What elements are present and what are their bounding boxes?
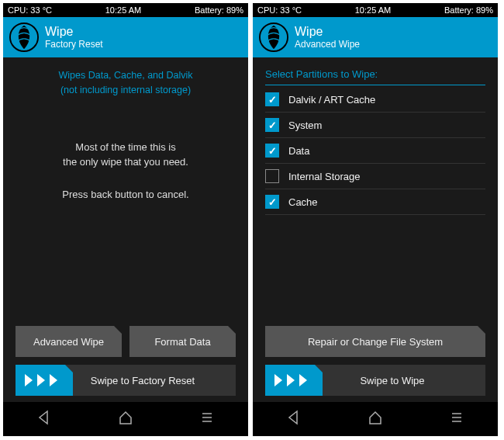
- swipe-label: Swipe to Wipe: [323, 375, 485, 386]
- status-battery: Battery: 89%: [195, 5, 243, 15]
- repair-filesystem-button[interactable]: Repair or Change File System: [265, 326, 485, 357]
- checkbox-icon[interactable]: [265, 144, 279, 158]
- status-bar: CPU: 33 °C 10:25 AM Battery: 89%: [3, 3, 248, 17]
- back-icon[interactable]: [286, 410, 302, 428]
- partition-cache[interactable]: Cache: [265, 189, 485, 215]
- page-title: Wipe: [45, 25, 103, 39]
- format-data-button[interactable]: Format Data: [129, 326, 236, 357]
- swipe-handle-icon[interactable]: [265, 365, 323, 396]
- swipe-to-wipe[interactable]: Swipe to Wipe: [265, 365, 485, 396]
- status-time: 10:25 AM: [105, 5, 141, 15]
- partition-section-label: Select Partitions to Wipe:: [265, 68, 485, 85]
- page-title: Wipe: [295, 25, 360, 39]
- twrp-logo-icon: [9, 23, 39, 52]
- status-cpu: CPU: 33 °C: [8, 5, 52, 15]
- swipe-handle-icon[interactable]: [16, 365, 73, 396]
- wipe-hint: Most of the time this is the only wipe t…: [16, 140, 236, 170]
- nav-bar: [3, 402, 248, 436]
- checkbox-icon[interactable]: [265, 92, 279, 106]
- page-subtitle: Factory Reset: [45, 39, 103, 50]
- checkbox-icon[interactable]: [265, 169, 279, 183]
- swipe-label: Swipe to Factory Reset: [73, 375, 236, 386]
- menu-icon[interactable]: [199, 410, 215, 428]
- nav-bar: [253, 402, 498, 436]
- home-icon[interactable]: [118, 410, 133, 428]
- header: Wipe Factory Reset: [3, 17, 248, 57]
- back-icon[interactable]: [36, 410, 52, 428]
- advanced-wipe-button[interactable]: Advanced Wipe: [16, 326, 122, 357]
- partition-internal-storage[interactable]: Internal Storage: [265, 164, 485, 189]
- status-battery: Battery: 89%: [444, 5, 493, 15]
- partition-dalvik[interactable]: Dalvik / ART Cache: [265, 87, 485, 113]
- twrp-logo-icon: [259, 23, 288, 52]
- status-bar: CPU: 33 °C 10:25 AM Battery: 89%: [253, 3, 498, 17]
- checkbox-icon[interactable]: [265, 118, 279, 132]
- checkbox-icon[interactable]: [265, 195, 279, 209]
- menu-icon[interactable]: [449, 410, 464, 428]
- status-cpu: CPU: 33 °C: [257, 5, 302, 15]
- partition-system[interactable]: System: [265, 113, 485, 138]
- cancel-hint: Press back button to cancel.: [16, 187, 236, 203]
- partition-data[interactable]: Data: [265, 138, 485, 164]
- status-time: 10:25 AM: [355, 5, 391, 15]
- screen-advanced-wipe: CPU: 33 °C 10:25 AM Battery: 89% Wipe Ad…: [253, 3, 498, 436]
- header: Wipe Advanced Wipe: [253, 17, 498, 57]
- swipe-to-factory-reset[interactable]: Swipe to Factory Reset: [16, 365, 236, 396]
- wipe-description: Wipes Data, Cache, and Dalvik (not inclu…: [16, 68, 236, 98]
- home-icon[interactable]: [368, 410, 383, 428]
- page-subtitle: Advanced Wipe: [295, 39, 360, 50]
- screen-factory-reset: CPU: 33 °C 10:25 AM Battery: 89% Wipe Fa…: [3, 3, 248, 436]
